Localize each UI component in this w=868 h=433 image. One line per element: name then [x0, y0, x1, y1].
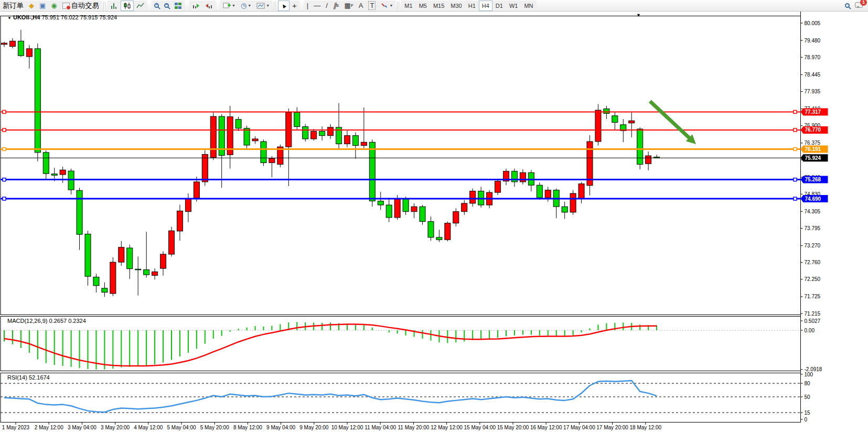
dropdown-caret-icon: ▼ — [389, 4, 393, 7]
timeframe-H4[interactable]: H4 — [479, 1, 492, 11]
text-tool-button[interactable]: A — [356, 1, 366, 11]
svg-text:78.445: 78.445 — [805, 72, 821, 78]
templates-button[interactable]: ▼ — [254, 1, 272, 11]
search-icon[interactable] — [845, 3, 850, 8]
candle-body — [403, 199, 409, 212]
time-axis: 1 May 20232 May 12:003 May 04:003 May 20… — [2, 423, 662, 430]
svg-text:11 May 20:00: 11 May 20:00 — [398, 425, 429, 430]
vline-tool-button[interactable]: | — [304, 1, 311, 11]
candle-body — [537, 185, 542, 198]
svg-text:5 May 20:00: 5 May 20:00 — [200, 425, 229, 430]
svg-text:100: 100 — [805, 372, 813, 377]
candle-body — [194, 182, 199, 198]
template-icon — [256, 2, 265, 9]
ohlc-values: 75.951 76.022 75.915 75.924 — [41, 14, 117, 20]
chart-collapse-icon[interactable]: ▼ — [7, 16, 12, 20]
period-button[interactable]: ◷ ▼ — [238, 1, 254, 11]
svg-text:15 May 20:00: 15 May 20:00 — [497, 425, 529, 430]
fibonacci-tool-button[interactable]: ▦F — [342, 1, 356, 11]
candle-body — [562, 207, 567, 212]
candle-body — [127, 248, 133, 269]
dropdown-caret-icon: ▼ — [248, 4, 251, 7]
trendline-tool-button[interactable]: / — [323, 1, 330, 11]
new-chart-button[interactable]: ▼ — [220, 1, 238, 11]
new-order-button[interactable]: 新订单 — [0, 1, 26, 11]
svg-text:73.795: 73.795 — [805, 225, 821, 231]
symbol-label: UKOil-,H4 — [13, 14, 40, 20]
candle-body — [169, 231, 175, 254]
candlestick-chart-button[interactable] — [121, 1, 134, 11]
price-chart[interactable]: 80.00579.48078.97078.44577.93577.41076.9… — [0, 0, 868, 433]
chart-shift-icon — [205, 2, 213, 9]
candle-body — [269, 158, 275, 163]
svg-text:76.375: 76.375 — [805, 140, 821, 146]
candle-body — [202, 155, 208, 182]
market-watch-button[interactable]: ◆ — [26, 1, 37, 11]
chart-title: ▼ UKOil-,H4 75.951 76.022 75.915 75.924 — [7, 14, 117, 20]
signal-button[interactable]: ◉ — [48, 1, 59, 11]
autotrade-button[interactable]: 自动交易 — [60, 1, 102, 11]
svg-text:18 May 12:00: 18 May 12:00 — [629, 425, 661, 430]
candle-body — [352, 136, 358, 146]
svg-text:79.480: 79.480 — [805, 38, 821, 44]
cursor-tool-button[interactable]: ▲ — [278, 1, 290, 11]
arrows-tool-button[interactable]: ▼ — [378, 1, 395, 11]
svg-text:74.690: 74.690 — [805, 196, 821, 202]
zoom-out-icon: − — [164, 3, 169, 8]
timeframe-MN[interactable]: MN — [521, 1, 536, 11]
timeframe-W1[interactable]: W1 — [506, 1, 521, 11]
crosshair-tool-button[interactable]: + — [290, 1, 299, 11]
svg-text:0.5027: 0.5027 — [805, 318, 821, 324]
toolbar-grip — [274, 2, 276, 10]
candle-body — [445, 223, 451, 240]
candle-body — [545, 190, 551, 198]
chart-shift-marker[interactable]: ▼ — [636, 13, 641, 18]
svg-text:10 May 12:00: 10 May 12:00 — [331, 425, 363, 430]
candle-body — [110, 262, 116, 294]
svg-text:17 May 20:00: 17 May 20:00 — [596, 425, 628, 430]
candle-body — [420, 207, 425, 221]
svg-text:75.924: 75.924 — [805, 155, 821, 161]
candle-body — [436, 237, 442, 240]
timeframe-D1[interactable]: D1 — [492, 1, 506, 11]
candle-body — [394, 199, 400, 218]
zoom-out-button[interactable]: − — [162, 1, 172, 11]
svg-text:71.725: 71.725 — [805, 294, 821, 299]
bar-chart-button[interactable] — [108, 1, 121, 11]
hline-tool-button[interactable]: — — [311, 1, 323, 11]
candle-body — [210, 116, 216, 157]
terminal-button[interactable]: ▣ — [37, 1, 48, 11]
notifications-button[interactable]: 1 — [855, 2, 863, 9]
line-chart-button[interactable] — [134, 1, 147, 11]
label-tool-button[interactable]: T — [366, 1, 378, 11]
svg-text:50: 50 — [805, 394, 811, 400]
candle-body — [361, 142, 367, 145]
svg-text:71.215: 71.215 — [805, 311, 821, 317]
svg-text:9 May 20:00: 9 May 20:00 — [299, 425, 328, 430]
chart-shift-button[interactable] — [202, 1, 216, 11]
timeframe-M30[interactable]: M30 — [447, 1, 465, 11]
candle-body — [93, 277, 99, 285]
zoom-in-button[interactable]: + — [152, 1, 162, 11]
candle-body — [495, 181, 501, 192]
arrows-icon — [381, 2, 388, 9]
tile-windows-button[interactable] — [172, 1, 185, 11]
indicator-axes: 0.50270.00-2.09181008050150 — [801, 318, 822, 423]
candle-body — [102, 288, 108, 293]
candle-body — [252, 139, 258, 141]
candle-body — [520, 172, 526, 182]
svg-text:17 May 04:00: 17 May 04:00 — [563, 425, 595, 430]
svg-text:77.317: 77.317 — [805, 109, 821, 115]
candle-body — [428, 222, 434, 237]
candle-body — [43, 153, 49, 174]
svg-text:74.305: 74.305 — [805, 209, 821, 214]
candle-body — [9, 41, 15, 46]
auto-scroll-button[interactable] — [189, 1, 202, 11]
timeframe-H1[interactable]: H1 — [465, 1, 479, 11]
svg-text:4 May 12:00: 4 May 12:00 — [134, 425, 163, 430]
timeframe-M1[interactable]: M1 — [401, 1, 415, 11]
timeframe-M5[interactable]: M5 — [416, 1, 430, 11]
svg-text:73.270: 73.270 — [805, 243, 821, 248]
timeframe-M15[interactable]: M15 — [430, 1, 447, 11]
channel-tool-button[interactable]: ∥E — [330, 1, 342, 11]
